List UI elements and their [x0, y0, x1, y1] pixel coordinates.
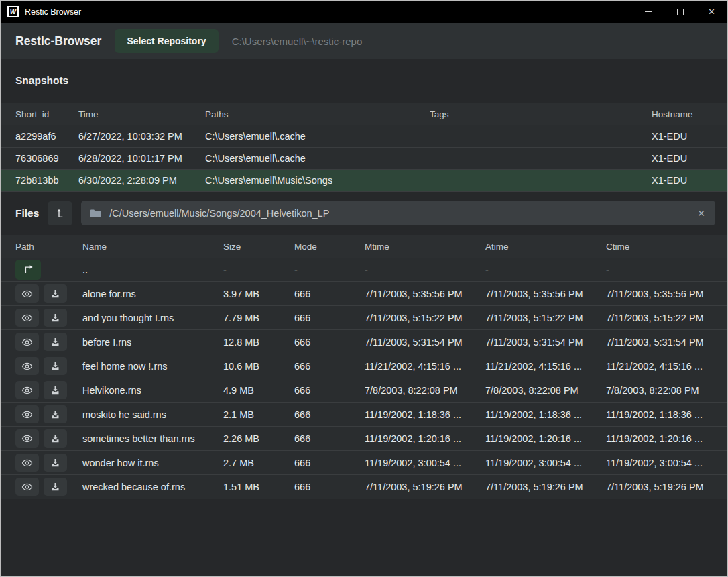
column-header-path: Path: [15, 242, 82, 252]
preview-file-button[interactable]: [15, 405, 39, 423]
file-size: 12.8 MB: [223, 337, 294, 348]
preview-file-button[interactable]: [15, 381, 39, 399]
snapshot-paths: C:\Users\emuell\.cache: [205, 153, 430, 164]
file-size: 2.7 MB: [223, 458, 294, 468]
parent-dir-name: ..: [82, 264, 223, 275]
download-file-button[interactable]: [44, 309, 67, 327]
app-window: W Restic Browser ✕ Restic-Browser Select…: [0, 0, 728, 577]
parent-dir-row[interactable]: .. - - - - -: [1, 258, 727, 282]
file-ctime: 7/11/2003, 5:19:26 PM: [606, 482, 713, 492]
snapshot-paths: C:\Users\emuell\Music\Songs: [205, 175, 430, 186]
column-header-mode: Mode: [294, 242, 365, 252]
folder-icon: [90, 209, 101, 218]
column-header-paths: Paths: [205, 109, 430, 119]
snapshot-paths: C:\Users\emuell\.cache: [205, 131, 430, 142]
eye-icon: [21, 458, 33, 468]
file-name: sometimes better than.rns: [82, 433, 223, 444]
file-name: wonder how it.rns: [82, 458, 223, 468]
preview-file-button[interactable]: [15, 309, 39, 327]
download-file-button[interactable]: [44, 405, 67, 423]
download-file-button[interactable]: [44, 333, 67, 351]
preview-file-button[interactable]: [15, 357, 39, 375]
file-row[interactable]: feel home now !.rns 10.6 MB 666 11/21/20…: [1, 354, 727, 378]
wails-logo-icon: W: [7, 6, 19, 17]
snapshot-row[interactable]: 72b813bb 6/30/2022, 2:28:09 PM C:\Users\…: [1, 170, 727, 192]
snapshot-time: 6/30/2022, 2:28:09 PM: [78, 175, 205, 186]
file-ctime: 7/11/2003, 5:15:22 PM: [606, 313, 713, 323]
file-mtime: 7/11/2003, 5:31:54 PM: [365, 337, 485, 348]
file-size: 10.6 MB: [223, 361, 294, 372]
file-mode: 666: [294, 385, 365, 396]
file-row[interactable]: before I.rns 12.8 MB 666 7/11/2003, 5:31…: [1, 330, 727, 354]
file-mtime: 11/19/2002, 3:00:54 ...: [365, 458, 485, 468]
file-size: 2.26 MB: [223, 433, 294, 444]
download-icon: [50, 288, 60, 299]
up-directory-icon: [23, 264, 34, 274]
file-mode: 666: [294, 288, 365, 299]
file-row[interactable]: wrecked because of.rns 1.51 MB 666 7/11/…: [1, 475, 727, 499]
download-file-button[interactable]: [44, 478, 67, 496]
files-table-header: Path Name Size Mode Mtime Atime Ctime: [1, 235, 727, 258]
parent-dir-atime: -: [485, 264, 606, 275]
file-atime: 11/19/2002, 1:18:36 ...: [485, 409, 606, 420]
column-header-hostname: Hostname: [652, 109, 713, 119]
snapshot-row[interactable]: a2299af6 6/27/2022, 10:03:32 PM C:\Users…: [1, 125, 727, 148]
file-row[interactable]: sometimes better than.rns 2.26 MB 666 11…: [1, 427, 727, 451]
download-icon: [50, 313, 60, 323]
up-directory-button[interactable]: [15, 260, 41, 280]
file-mode: 666: [294, 361, 365, 372]
clear-path-button[interactable]: ✕: [696, 208, 707, 219]
minimize-button[interactable]: [633, 1, 664, 23]
eye-icon: [21, 313, 33, 323]
app-title: Restic-Browser: [15, 34, 101, 48]
preview-file-button[interactable]: [15, 429, 39, 448]
preview-file-button[interactable]: [15, 333, 39, 351]
file-row[interactable]: and you thought I.rns 7.79 MB 666 7/11/2…: [1, 306, 727, 330]
select-repository-button[interactable]: Select Repository: [115, 29, 218, 53]
file-name: Helvikone.rns: [82, 385, 223, 396]
parent-dir-mode: -: [294, 264, 365, 275]
file-mtime: 11/21/2002, 4:15:16 ...: [365, 361, 485, 372]
snapshots-title: Snapshots: [15, 74, 727, 87]
app-header: Restic-Browser Select Repository C:\User…: [1, 23, 727, 59]
download-file-button[interactable]: [44, 429, 67, 448]
column-header-ctime: Ctime: [606, 242, 713, 252]
preview-file-button[interactable]: [15, 454, 39, 472]
go-to-root-button[interactable]: [48, 201, 72, 225]
eye-icon: [21, 337, 33, 347]
eye-icon: [21, 482, 33, 492]
download-file-button[interactable]: [44, 381, 67, 399]
download-file-button[interactable]: [44, 284, 67, 303]
file-mode: 666: [294, 409, 365, 420]
file-row[interactable]: moskito he said.rns 2.1 MB 666 11/19/200…: [1, 403, 727, 427]
eye-icon: [21, 362, 33, 371]
file-size: 7.79 MB: [223, 313, 294, 323]
download-file-button[interactable]: [44, 357, 67, 375]
file-atime: 11/21/2002, 4:15:16 ...: [485, 361, 606, 372]
file-mode: 666: [294, 433, 365, 444]
snapshot-hostname: X1-EDU: [652, 175, 713, 186]
download-file-button[interactable]: [44, 454, 67, 472]
column-header-tags: Tags: [430, 109, 652, 119]
file-row[interactable]: alone for.rns 3.97 MB 666 7/11/2003, 5:3…: [1, 282, 727, 306]
preview-file-button[interactable]: [15, 284, 39, 303]
close-button[interactable]: ✕: [696, 1, 727, 23]
file-row[interactable]: wonder how it.rns 2.7 MB 666 11/19/2002,…: [1, 451, 727, 475]
snapshot-hostname: X1-EDU: [652, 131, 713, 142]
parent-dir-size: -: [223, 264, 294, 275]
file-mtime: 7/11/2003, 5:19:26 PM: [365, 482, 485, 492]
eye-icon: [21, 289, 33, 299]
preview-file-button[interactable]: [15, 478, 39, 496]
download-icon: [50, 482, 60, 492]
file-mtime: 7/8/2003, 8:22:08 PM: [365, 385, 485, 396]
file-atime: 7/11/2003, 5:31:54 PM: [485, 337, 606, 348]
path-input[interactable]: [108, 207, 689, 219]
snapshot-row[interactable]: 76306869 6/28/2022, 10:01:17 PM C:\Users…: [1, 148, 727, 170]
file-row[interactable]: Helvikone.rns 4.9 MB 666 7/8/2003, 8:22:…: [1, 378, 727, 403]
file-mtime: 7/11/2003, 5:15:22 PM: [365, 313, 485, 323]
files-title: Files: [15, 207, 39, 219]
maximize-icon: [677, 9, 684, 15]
maximize-button[interactable]: [664, 1, 696, 23]
path-field[interactable]: ✕: [81, 201, 715, 225]
file-mode: 666: [294, 482, 365, 492]
